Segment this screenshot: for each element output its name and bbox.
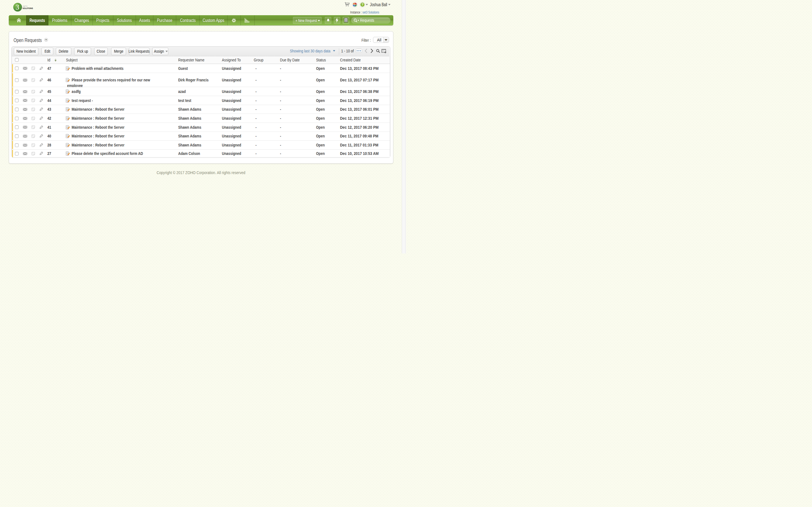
svg-text:?: ? — [361, 3, 363, 6]
